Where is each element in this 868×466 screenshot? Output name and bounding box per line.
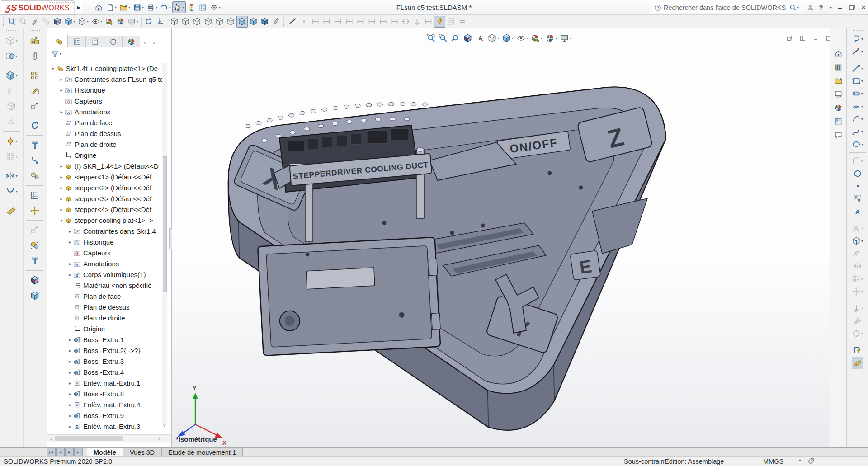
select-cursor-button[interactable]: ▾ [172, 1, 186, 13]
units-setting[interactable]: MMGS [763, 458, 783, 465]
collision-detection-button[interactable] [28, 239, 41, 252]
scroll-right-arrow[interactable]: › [156, 435, 163, 442]
arc-slot-button[interactable]: ▾ [850, 100, 864, 113]
expand-arrow-icon[interactable]: ▸ [67, 424, 73, 429]
move-entities-dropdown[interactable]: ▾ [861, 290, 863, 294]
expand-arrow-icon[interactable]: ▸ [67, 261, 73, 266]
angular-dimension-button[interactable] [377, 16, 389, 28]
tree-node[interactable]: ▾Skr1.4t + cooling plate<1> (Dé [47, 63, 162, 74]
smart-dimension-dropdown[interactable]: ▾ [861, 50, 863, 54]
new-assembly-button[interactable] [28, 289, 41, 302]
display-relations-button[interactable]: ▾ [850, 302, 864, 315]
minimize-viewport-button[interactable] [811, 33, 821, 42]
ordinate-dimension-button[interactable] [355, 16, 366, 28]
zoom-to-fit-button[interactable] [6, 16, 18, 28]
view-settings-dropdown[interactable]: ▾ [137, 19, 138, 24]
custom-properties-button[interactable] [833, 115, 844, 127]
sketch-pattern-button[interactable]: ▾ [850, 273, 864, 285]
hide-show-items-dropdown[interactable]: ▾ [100, 19, 102, 24]
tree-node[interactable]: Matériau <non spécifié [47, 280, 162, 291]
bracket-feature-button[interactable] [5, 84, 18, 98]
tab-nav-next[interactable]: ► [65, 448, 74, 456]
toolbar-grip[interactable] [283, 17, 285, 26]
expand-arrow-icon[interactable]: ▸ [58, 207, 65, 212]
tree-horizontal-scrollbar[interactable]: ‹ › [47, 434, 172, 442]
tree-node[interactable]: Capteurs [47, 247, 162, 258]
undo-button[interactable]: ▾ [159, 1, 172, 13]
prism-feature-button[interactable] [5, 115, 18, 128]
design-library-button[interactable] [833, 61, 844, 73]
save-dropdown[interactable]: ▾ [142, 5, 144, 9]
dimension-table-button[interactable] [445, 16, 457, 28]
trim-entities-dropdown[interactable]: ▾ [861, 226, 863, 231]
display-style-dropdown[interactable]: ▾ [73, 19, 75, 24]
tree-tabs-scroll-left[interactable]: ‹ [140, 37, 149, 47]
filter-dropdown[interactable]: ▾ [60, 52, 61, 56]
expand-arrow-icon[interactable]: ▸ [58, 196, 65, 201]
trim-entities-button[interactable]: ▾ [850, 222, 864, 235]
pattern-driven-button[interactable] [28, 69, 41, 82]
tree-vertical-scrollbar[interactable] [162, 63, 167, 424]
exploded-view-button[interactable]: ▾ [4, 134, 19, 148]
save-button[interactable]: ▾ [132, 1, 145, 13]
view-right-button[interactable] [203, 16, 214, 28]
offset-entities-button[interactable] [852, 247, 863, 260]
expand-arrow-icon[interactable]: ▾ [58, 218, 65, 223]
expand-arrow-icon[interactable]: ▸ [58, 164, 65, 169]
open-dropdown[interactable]: ▾ [128, 5, 130, 9]
login-user-icon[interactable] [805, 2, 816, 13]
view-dimetric-button[interactable] [259, 16, 270, 28]
section-scope-dropdown[interactable]: ▾ [16, 54, 18, 58]
minimize-button[interactable]: – [835, 2, 845, 13]
measure-button[interactable] [5, 204, 18, 217]
expand-arrow-icon[interactable]: ▸ [67, 413, 73, 418]
expand-arrow-icon[interactable]: ▸ [58, 88, 65, 93]
sketch-pattern-dropdown[interactable]: ▾ [861, 277, 863, 281]
ellipse-dropdown[interactable]: ▾ [861, 142, 863, 146]
hidden-components-button[interactable]: ▾ [4, 34, 19, 47]
path-dimension-button[interactable] [366, 16, 377, 28]
tree-node[interactable]: ▸stepper<2> (Défaut<<Déf [47, 182, 162, 193]
routing-spline-dropdown[interactable]: ▾ [16, 189, 18, 193]
instant3d-button[interactable] [434, 16, 445, 28]
display-style-button[interactable]: ▾ [63, 16, 76, 28]
display-relations-dropdown[interactable]: ▾ [861, 306, 863, 311]
logo-flyout-arrow[interactable]: ▶ [75, 2, 82, 13]
display-pane-tab[interactable] [68, 36, 86, 47]
options-dropdown[interactable]: ▾ [219, 5, 221, 9]
mirror-components-button[interactable]: ▾ [4, 169, 19, 183]
baseline-dimension-button[interactable] [332, 16, 344, 28]
edit-component-button[interactable] [28, 84, 41, 98]
zoom-to-area-button[interactable] [437, 32, 449, 44]
move-component-button[interactable] [28, 204, 41, 217]
tree-node[interactable]: Plan de dessus [47, 301, 162, 312]
text-button[interactable]: A [852, 205, 863, 218]
configurations-tab[interactable] [104, 36, 122, 47]
move-entities-button[interactable]: ▾ [850, 285, 864, 298]
apply-scene-dropdown[interactable]: ▾ [555, 36, 557, 40]
tree-node[interactable]: ▸stepper<4> (Défaut<<Déf [47, 204, 162, 215]
search-dropdown[interactable]: ▾ [797, 5, 799, 9]
vertical-dimension-button[interactable] [321, 16, 332, 28]
view-settings-button[interactable]: ▾ [558, 32, 573, 44]
split-window-button[interactable] [798, 33, 807, 42]
e-block[interactable]: E [570, 250, 600, 280]
line-dropdown[interactable]: ▾ [861, 66, 863, 71]
tab-nav-prev[interactable]: ◄ [56, 448, 65, 456]
select-cursor-dropdown[interactable]: ▾ [183, 5, 184, 9]
exploded-view-dropdown[interactable]: ▾ [16, 139, 18, 143]
tab-vues-3d[interactable]: Vues 3D [123, 448, 161, 456]
measure-3d-button[interactable] [287, 16, 298, 28]
view-orientation-dropdown[interactable]: ▾ [497, 36, 499, 40]
tree-node[interactable]: ▸(f) SKR_1.4<1> (Défaut<<D [47, 160, 162, 171]
draft-analysis-button[interactable] [29, 16, 40, 28]
tree-node[interactable]: ▸stepper<3> (Défaut<<Déf [47, 193, 162, 204]
view-bottom-button[interactable] [225, 16, 236, 28]
filter-funnel-icon[interactable] [51, 50, 59, 58]
hidden-components-dropdown[interactable]: ▾ [16, 39, 18, 43]
open-button[interactable]: ▾ [118, 1, 132, 13]
view-front-button[interactable] [169, 16, 180, 28]
rotate-view-button[interactable] [143, 16, 154, 28]
evaluate-ruler-button[interactable] [852, 357, 863, 369]
tab-etude-de-mouvement-1[interactable]: Etude de mouvement 1 [161, 448, 243, 456]
